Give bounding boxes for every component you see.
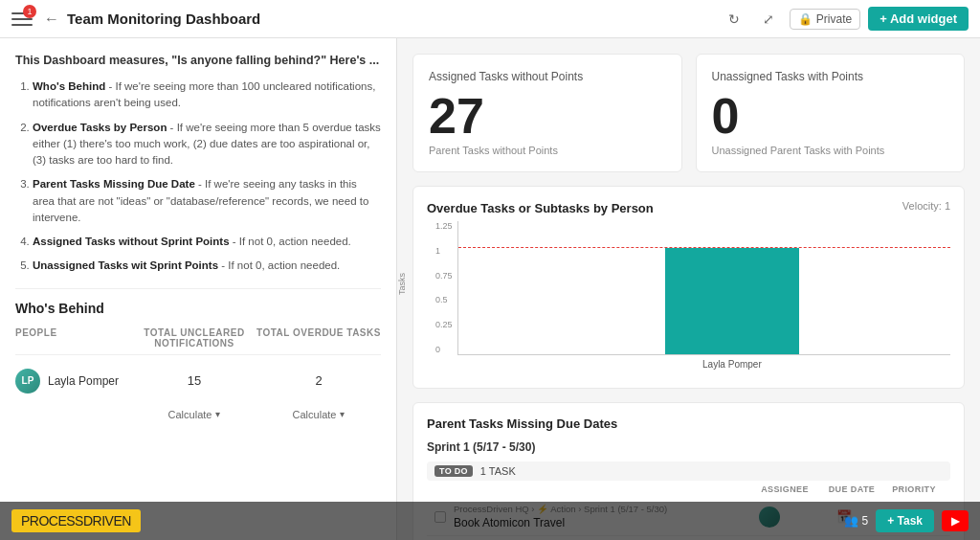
- back-button[interactable]: ←: [44, 11, 59, 28]
- y-label-05: 0.5: [435, 295, 453, 304]
- priority-col-header: PRIORITY: [885, 484, 943, 494]
- lock-icon: 🔒: [798, 12, 813, 26]
- instruction-5: Unassigned Tasks wit Sprint Points - If …: [33, 258, 381, 274]
- refresh-icon[interactable]: ↻: [721, 6, 747, 33]
- assigned-tasks-subtitle: Parent Tasks without Points: [429, 145, 666, 156]
- notification-badge: 1: [23, 5, 36, 18]
- people-icon: 👥: [844, 514, 858, 528]
- unassigned-tasks-title: Unassigned Tasks with Points: [712, 70, 949, 83]
- hamburger-menu[interactable]: 1: [11, 9, 33, 30]
- sprint-label: Sprint 1 (5/17 - 5/30): [427, 440, 950, 454]
- instruction-4-bold: Assigned Tasks without Sprint Points: [33, 236, 230, 247]
- chart-bar: Layla Pomper: [665, 248, 799, 354]
- unassigned-tasks-card: Unassigned Tasks with Points 0 Unassigne…: [696, 54, 966, 172]
- y-label-025: 0.25: [435, 320, 453, 329]
- notifications-value: 15: [132, 373, 256, 388]
- intro-text: This Dashboard measures, "Is anyone fall…: [15, 54, 381, 67]
- col-people-header: PEOPLE: [15, 327, 132, 349]
- private-label: Private: [816, 12, 852, 26]
- bar-label: Layla Pomper: [702, 359, 762, 370]
- private-button[interactable]: 🔒 Private: [790, 9, 860, 30]
- task-col-headers: ASSIGNEE DUE DATE PRIORITY: [427, 484, 950, 494]
- task-status-badge: TO DO: [434, 465, 473, 477]
- y-label-125: 1.25: [435, 221, 453, 231]
- instructions-list: Who's Behind - If we're seeing more than…: [15, 79, 381, 275]
- table-header: PEOPLE TOTAL UNCLEARED NOTIFICATIONS TOT…: [15, 327, 381, 355]
- logo-process: PROCESS: [21, 513, 83, 529]
- left-panel: This Dashboard measures, "Is anyone fall…: [0, 38, 397, 540]
- parent-tasks-title: Parent Tasks Missing Due Dates: [427, 416, 950, 431]
- task-count-bottom: 👥 5: [844, 514, 869, 528]
- top-cards-row: Assigned Tasks without Points 27 Parent …: [412, 54, 965, 172]
- instruction-3-bold: Parent Tasks Missing Due Date: [33, 178, 195, 190]
- chart-title: Overdue Tasks or Subtasks by Person: [427, 201, 654, 215]
- instruction-1: Who's Behind - If we're seeing more than…: [33, 79, 381, 112]
- person-name: Layla Pomper: [48, 374, 119, 388]
- assigned-tasks-number: 27: [429, 91, 666, 141]
- table-row: LP Layla Pomper 15 2: [15, 361, 381, 401]
- assignee-col-header: ASSIGNEE: [751, 484, 818, 494]
- instruction-4-text: - If not 0, action needed.: [233, 236, 351, 247]
- y-axis-label: Tasks: [397, 273, 407, 295]
- instruction-5-text: - If not 0, action needed.: [221, 259, 340, 271]
- y-label-0: 0: [435, 345, 453, 354]
- overdue-calculate-button[interactable]: Calculate: [256, 405, 381, 424]
- unassigned-tasks-number: 0: [712, 91, 949, 141]
- unassigned-tasks-subtitle: Unassigned Parent Tasks with Points: [712, 145, 949, 156]
- bottom-bar: PROCESSDRIVEN 👥 5 + Task ▶: [0, 502, 980, 540]
- calculate-row: Calculate Calculate: [15, 405, 381, 424]
- instruction-2-bold: Overdue Tasks by Person: [33, 122, 167, 133]
- y-label-075: 0.75: [435, 271, 453, 281]
- topbar-actions: ↻ ⤢ 🔒 Private + Add widget: [721, 6, 969, 33]
- instruction-2: Overdue Tasks by Person - If we're seein…: [33, 120, 381, 169]
- topbar: 1 ← Team Monitoring Dashboard ↻ ⤢ 🔒 Priv…: [0, 0, 980, 38]
- duedate-col-header: DUE DATE: [818, 484, 885, 494]
- task-count-value: 5: [862, 514, 869, 528]
- instruction-4: Assigned Tasks without Sprint Points - I…: [33, 234, 381, 250]
- expand-icon[interactable]: ⤢: [755, 6, 782, 33]
- person-cell: LP Layla Pomper: [15, 369, 132, 394]
- assigned-tasks-title: Assigned Tasks without Points: [429, 70, 666, 83]
- overdue-value: 2: [256, 373, 381, 388]
- who-behind-title: Who's Behind: [15, 288, 381, 316]
- assigned-tasks-card: Assigned Tasks without Points 27 Parent …: [412, 54, 682, 172]
- col-notifications-header: TOTAL UNCLEARED NOTIFICATIONS: [132, 327, 256, 349]
- chart-inner: 1.25 1 0.75 0.5 0.25 0 Layla Pomper: [457, 221, 950, 355]
- add-task-button[interactable]: + Task: [876, 509, 934, 532]
- chart-card: Overdue Tasks or Subtasks by Person Velo…: [412, 186, 965, 389]
- task-group-header: TO DO 1 TASK: [427, 461, 950, 481]
- chart-velocity: Velocity: 1: [902, 200, 950, 212]
- avatar: LP: [15, 369, 40, 394]
- right-panel: Assigned Tasks without Points 27 Parent …: [397, 38, 980, 540]
- chart-area: Tasks 1.25 1 0.75 0.5 0.25 0 L: [427, 221, 950, 374]
- instruction-1-bold: Who's Behind: [33, 80, 105, 92]
- process-driven-logo: PROCESSDRIVEN: [11, 509, 141, 532]
- main-content: This Dashboard measures, "Is anyone fall…: [0, 38, 980, 540]
- logo-driven: DRIVEN: [83, 513, 131, 529]
- bottom-right: 👥 5 + Task ▶: [844, 509, 969, 532]
- notifications-calculate-button[interactable]: Calculate: [132, 405, 256, 424]
- instruction-3: Parent Tasks Missing Due Date - If we're…: [33, 176, 381, 226]
- who-behind-table: PEOPLE TOTAL UNCLEARED NOTIFICATIONS TOT…: [15, 327, 381, 424]
- instruction-5-bold: Unassigned Tasks wit Sprint Points: [33, 259, 218, 271]
- col-overdue-header: TOTAL OVERDUE TASKS: [256, 327, 381, 349]
- task-count-label: 1 TASK: [480, 465, 943, 477]
- youtube-icon[interactable]: ▶: [942, 510, 969, 531]
- y-label-1: 1: [435, 246, 453, 256]
- add-widget-button[interactable]: + Add widget: [868, 7, 969, 31]
- page-title: Team Monitoring Dashboard: [67, 11, 713, 27]
